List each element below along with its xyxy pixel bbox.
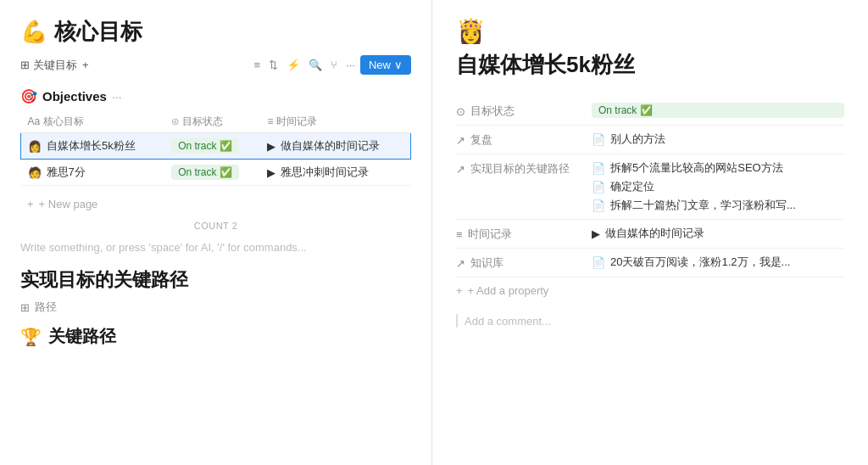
toolbar-icons: ≡ ⇅ ⚡ 🔍 ⑂ ···	[254, 59, 355, 71]
keypath-label-icon: ↗	[456, 163, 465, 176]
time-doc-row[interactable]: ▶ 做自媒体的时间记录	[592, 226, 844, 241]
section2-title: 实现目标的关键路径	[20, 267, 411, 293]
keypath-doc-text-0: 拆解5个流量比较高的网站SEO方法	[610, 160, 783, 176]
prop-label-kb: ↗ 知识库	[456, 255, 592, 271]
objectives-emoji: 🎯	[20, 88, 37, 104]
objectives-section-header: 🎯 Objectives ···	[20, 88, 411, 104]
kb-doc-row[interactable]: 📄 20天破百万阅读，涨粉1.2万，我是...	[592, 255, 844, 270]
property-row-kb: ↗ 知识库 📄 20天破百万阅读，涨粉1.2万，我是...	[456, 249, 844, 277]
kb-label-text: 知识库	[470, 255, 504, 271]
status-label-text: 目标状态	[470, 104, 515, 119]
count-row: COUNT 2	[20, 216, 411, 236]
search-icon[interactable]: 🔍	[309, 59, 322, 71]
kb-doc-text: 20天破百万阅读，涨粉1.2万，我是...	[610, 255, 790, 270]
doc-icon: ▶	[592, 227, 600, 240]
keypath-doc-text-1: 确定定位	[610, 179, 654, 194]
sort-icon[interactable]: ⇅	[269, 59, 278, 71]
col-name: Aa 核心目标	[21, 111, 165, 133]
plus-icon: +	[27, 198, 34, 210]
db-icon: ⊞	[20, 59, 30, 71]
property-row-review: ↗ 复盘 📄 别人的方法	[456, 126, 844, 154]
prop-value-review: 📄 别人的方法	[592, 132, 844, 147]
title-text: 核心目标	[54, 17, 142, 47]
keypath-doc-text-2: 拆解二十篇热门文章，学习涨粉和写...	[610, 198, 796, 213]
row-name-text: 雅思7分	[47, 165, 86, 180]
time-label-text: 时间记录	[468, 227, 512, 242]
new-page-label: + New page	[39, 198, 98, 210]
time-text: 雅思冲刺时间记录	[281, 165, 369, 180]
keypath-doc-row-1[interactable]: 📄 确定定位	[592, 179, 844, 194]
section3-text: 关键路径	[48, 325, 116, 348]
comment-input-area[interactable]: Add a comment...	[456, 304, 844, 338]
prop-value-keypath: 📄 拆解5个流量比较高的网站SEO方法 📄 确定定位 📄 拆解二十篇热门文章，学…	[592, 160, 844, 213]
comment-placeholder: Add a comment...	[465, 315, 551, 328]
doc-icon: 📄	[592, 181, 605, 193]
time-text: 做自媒体的时间记录	[281, 138, 380, 154]
section3-title: 🏆 关键路径	[20, 325, 411, 348]
objectives-title: Objectives	[42, 89, 107, 104]
count-label: COUNT	[194, 221, 229, 231]
kb-label-icon: ↗	[456, 257, 465, 270]
add-property-button[interactable]: + + Add a property	[456, 277, 844, 304]
db-label[interactable]: ⊞ 关键目标	[20, 58, 77, 73]
doc-icon: 📄	[592, 199, 605, 212]
col-status: ⊙ 目标状态	[164, 111, 260, 133]
sub-db-label: 路径	[35, 300, 57, 315]
row-emoji: 🧑	[28, 166, 42, 179]
lightning-icon[interactable]: ⚡	[287, 59, 300, 71]
review-doc-text: 别人的方法	[610, 132, 665, 147]
prop-value-kb: 📄 20天破百万阅读，涨粉1.2万，我是...	[592, 255, 844, 270]
prop-label-keypath: ↗ 实现目标的关键路径	[456, 160, 592, 176]
db-label-text: 关键目标	[33, 58, 77, 73]
time-label-icon: ≡	[456, 228, 463, 241]
review-label-icon: ↗	[456, 134, 465, 147]
keypath-doc-row-2[interactable]: 📄 拆解二十篇热门文章，学习涨粉和写...	[592, 198, 844, 213]
filter-icon[interactable]: ≡	[254, 59, 261, 71]
new-page-button[interactable]: + + New page	[20, 193, 411, 216]
count-num: 2	[232, 221, 238, 231]
status-value-badge[interactable]: On track ✅	[592, 103, 844, 118]
section3-emoji: 🏆	[20, 327, 42, 347]
keypath-doc-row-0[interactable]: 📄 拆解5个流量比较高的网站SEO方法	[592, 160, 844, 176]
status-badge: On track ✅	[171, 165, 239, 180]
sub-db-icon: ⊞	[20, 301, 30, 314]
objectives-table: Aa 核心目标 ⊙ 目标状态 ≡ 时间记录 👩 自媒体增长5k粉丝 On tra…	[20, 111, 411, 186]
prop-label-review: ↗ 复盘	[456, 132, 592, 148]
more-icon[interactable]: ···	[346, 59, 355, 71]
prop-value-time: ▶ 做自媒体的时间记录	[592, 226, 844, 241]
time-icon: ▶	[267, 166, 275, 179]
keypath-label-text: 实现目标的关键路径	[470, 161, 570, 176]
page-title: 💪 核心目标	[20, 17, 411, 47]
add-property-icon: +	[456, 284, 463, 297]
doc-icon: 📄	[592, 256, 605, 269]
toolbar: ⊞ 关键目标 + ≡ ⇅ ⚡ 🔍 ⑂ ··· New ∨	[20, 55, 411, 75]
time-doc-text: 做自媒体的时间记录	[605, 226, 704, 241]
row-status: On track ✅	[164, 133, 260, 160]
col-time: ≡ 时间记录	[260, 111, 410, 133]
doc-icon: 📄	[592, 162, 605, 175]
row-emoji: 👩	[28, 140, 42, 153]
row-status: On track ✅	[164, 160, 260, 186]
new-button[interactable]: New ∨	[360, 55, 411, 75]
property-row-status: ⊙ 目标状态 On track ✅	[456, 97, 844, 126]
row-name: 🧑 雅思7分	[21, 160, 165, 186]
objectives-more-icon[interactable]: ···	[112, 90, 122, 104]
right-panel: 👸 自媒体增长5k粉丝 ⊙ 目标状态 On track ✅ ↗ 复盘 📄 别人的…	[432, 0, 868, 465]
prop-label-status: ⊙ 目标状态	[456, 103, 592, 119]
add-view-button[interactable]: +	[82, 59, 89, 71]
table-row[interactable]: 🧑 雅思7分 On track ✅ ▶ 雅思冲刺时间记录	[21, 160, 411, 186]
table-row[interactable]: 👩 自媒体增长5k粉丝 On track ✅ ▶ 做自媒体的时间记录	[21, 133, 411, 160]
left-panel: 💪 核心目标 ⊞ 关键目标 + ≡ ⇅ ⚡ 🔍 ⑂ ··· New ∨ 🎯 Ob…	[0, 0, 432, 465]
hint-text: Write something, or press 'space' for AI…	[20, 236, 411, 267]
title-emoji: 💪	[20, 19, 47, 45]
row-name: 👩 自媒体增长5k粉丝	[21, 133, 165, 160]
new-label: New	[369, 59, 391, 71]
review-doc-row[interactable]: 📄 别人的方法	[592, 132, 844, 147]
property-row-keypath: ↗ 实现目标的关键路径 📄 拆解5个流量比较高的网站SEO方法 📄 确定定位 📄…	[456, 154, 844, 220]
prop-value-status: On track ✅	[592, 103, 844, 118]
review-label-text: 复盘	[470, 132, 492, 148]
row-time: ▶ 做自媒体的时间记录	[260, 133, 410, 160]
comment-divider	[456, 314, 458, 328]
detail-title: 自媒体增长5k粉丝	[456, 50, 844, 80]
branch-icon[interactable]: ⑂	[331, 59, 337, 71]
